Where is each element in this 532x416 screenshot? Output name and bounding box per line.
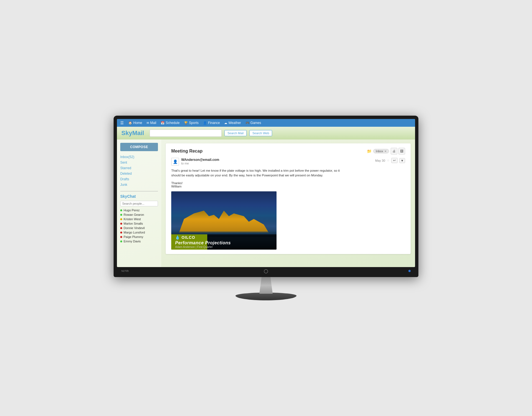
finance-icon: 👤 [203,121,207,125]
status-dot-green [120,214,122,216]
status-dot-yellow [120,218,122,220]
contact-donnie-vindevil[interactable]: Donnie Vindevil [120,226,158,230]
sender-info: WAnderson@email.com to me [181,158,375,165]
signature-name: William [171,185,405,188]
email-date: May 30 [375,159,385,162]
nav-item-games[interactable]: 🎮 Games [245,121,261,125]
email-card-header: Meeting Recap 📁 Inbox ✕ 🖨 🖼 [171,148,405,154]
sidebar-item-junk[interactable]: Junk [120,183,158,187]
search-web-button[interactable]: Search Web [249,130,272,136]
contact-hugo-perez[interactable]: Hugo Perez [120,209,158,212]
mail-icon: ✉ [147,121,149,125]
slide-title: Performance Projections [175,240,273,245]
contact-rowan-gearon[interactable]: Rowan Gearon [120,213,158,216]
sports-icon: 🏆 [184,121,188,125]
skychat-label: SkyChat [120,194,158,199]
slide-bottom-bar: 💧 OILCO Performance Projections Adam And… [171,234,277,250]
sidebar-item-starred[interactable]: Starred [120,166,158,170]
avatar: 👤 [171,158,179,166]
contact-marlon-smalls[interactable]: Marlon Smalls [120,222,158,225]
inbox-tag: Inbox ✕ [373,149,389,153]
status-dot-red [120,227,122,229]
slide-sep: | [196,245,196,248]
home-icon: 🏠 [128,121,132,125]
nav-bar: ☰ 🏠 Home ✉ Mail 📅 Schedule 🏆 Sports [117,119,415,127]
sidebar-item-drafts[interactable]: Drafts [120,177,158,181]
nav-item-mail[interactable]: ✉ Mail [147,121,156,125]
contact-paige-plummy[interactable]: Paige Plummy [120,235,158,239]
hamburger-icon[interactable]: ☰ [120,121,124,125]
compose-button[interactable]: COMPOSE [120,143,158,151]
email-action-buttons: 🖨 🖼 [391,148,405,154]
main-content: COMPOSE Inbox(52) Sent Starred Deleted D… [117,139,415,267]
email-content-area: Meeting Recap 📁 Inbox ✕ 🖨 🖼 [161,139,415,267]
nav-item-schedule[interactable]: 📅 Schedule [161,121,180,125]
email-card: Meeting Recap 📁 Inbox ✕ 🖨 🖼 [166,143,411,254]
sidebar: COMPOSE Inbox(52) Sent Starred Deleted D… [117,139,161,267]
monitor-stand-base [236,293,296,300]
sidebar-item-inbox[interactable]: Inbox(52) [120,155,158,159]
app-header: SkyMail Search Mail Search Web [117,127,415,139]
sidebar-divider [120,191,158,191]
status-dot-green [120,209,122,211]
email-subject: Meeting Recap [171,149,203,154]
sidebar-item-sent[interactable]: Sent [120,161,158,164]
thanks-text: Thanks! [171,181,405,185]
monitor-body: ☰ 🏠 Home ✉ Mail 📅 Schedule 🏆 Sports [114,116,418,277]
nav-item-weather[interactable]: ☁ Weather [224,121,241,125]
search-input[interactable] [150,130,222,137]
contact-emmy-davis[interactable]: Emmy Davis [120,240,158,243]
image-button[interactable]: 🖼 [398,148,405,154]
nav-item-home[interactable]: 🏠 Home [128,121,142,125]
slide-bottom-content: 💧 OILCO Performance Projections Adam And… [175,235,273,248]
email-attachment: 💧 OILCO Performance Projections Adam And… [171,191,405,250]
contact-kristen-west[interactable]: Kristen West [120,217,158,221]
email-body-line2: should be easily adjustable on your end.… [171,173,405,178]
status-dot-red [120,223,122,225]
sender-email: WAnderson@email.com [181,158,375,162]
status-dot-green [120,240,122,242]
email-body: That's great to hear! Let me know if the… [171,168,405,178]
sidebar-item-deleted[interactable]: Deleted [120,172,158,176]
star-icon[interactable]: ☆ [387,159,390,162]
power-indicator [408,270,411,272]
monitor-model-label: N270h [121,270,129,272]
folder-icon: 📁 [367,149,372,153]
email-signature: Thanks! William [171,181,405,188]
games-icon: 🎮 [245,121,249,125]
monitor-bezel-bottom: N270h ◯ [117,267,415,275]
search-people-input[interactable] [120,201,158,206]
slide-company-name: OILCO [181,235,195,240]
weather-icon: ☁ [224,121,227,125]
sender-to: to me [181,162,375,165]
status-dot-red [120,236,122,238]
reply-button[interactable]: ↩ [391,158,398,163]
search-mail-button[interactable]: Search Mail [224,130,247,136]
email-meta-right: May 30 ☆ ↩ ▼ [375,158,405,163]
oilco-drop-icon: 💧 [175,235,180,240]
slide-subtitle: Adam Anderson | First Quarter [175,245,273,248]
inbox-tag-close[interactable]: ✕ [384,150,387,153]
nav-item-finance[interactable]: 👤 Finance [203,121,220,125]
schedule-icon: 📅 [161,121,165,125]
nav-item-sports[interactable]: 🏆 Sports [184,121,199,125]
chat-contacts-list: Hugo Perez Rowan Gearon Kristen West [120,209,158,243]
oilco-slide: 💧 OILCO Performance Projections Adam And… [171,191,277,250]
monitor-screen: ☰ 🏠 Home ✉ Mail 📅 Schedule 🏆 Sports [117,119,415,267]
status-dot-red [120,232,122,234]
monitor-stand-neck [255,277,277,294]
hp-logo: ◯ [264,269,268,273]
mail-nav-links: Inbox(52) Sent Starred Deleted Drafts Ju… [120,155,158,187]
slide-quarter: First Quarter [197,245,213,248]
email-tag-area: 📁 Inbox ✕ 🖨 🖼 [367,148,405,154]
slide-logo-row: 💧 OILCO [175,235,273,240]
email-sender-row: 👤 WAnderson@email.com to me May 30 ☆ ↩ ▼ [171,158,405,166]
app-logo: SkyMail [121,130,144,137]
monitor-wrapper: ☰ 🏠 Home ✉ Mail 📅 Schedule 🏆 Sports [114,116,418,300]
print-button[interactable]: 🖨 [391,148,397,154]
more-button[interactable]: ▼ [399,158,405,163]
slide-presenter: Adam Anderson [175,245,195,248]
contact-margo-lunsford[interactable]: Margo Lunsford [120,231,158,234]
email-body-line1: That's great to hear! Let me know if the… [171,168,405,173]
